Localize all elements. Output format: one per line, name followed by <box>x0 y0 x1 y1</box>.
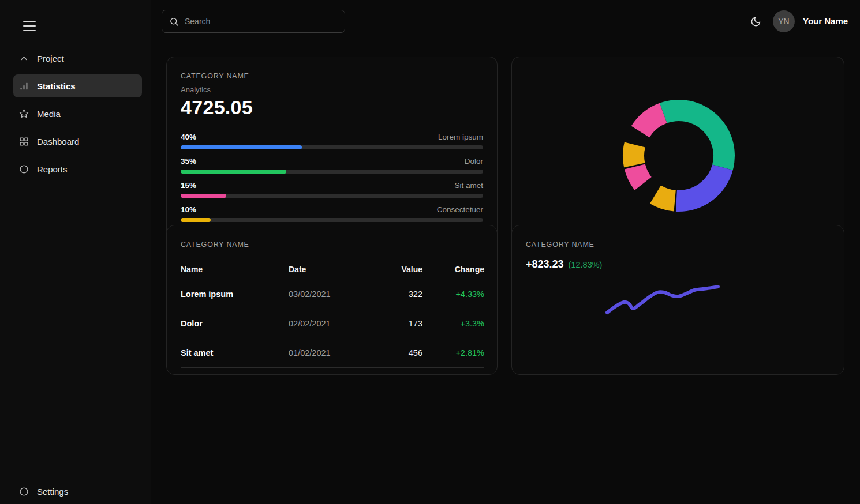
progress-bar-group: 35% Dolor <box>181 157 483 174</box>
trend-card: CATEGORY NAME +823.23 (12.83%) <box>511 225 844 375</box>
sidebar-item-project[interactable]: Project <box>13 47 142 70</box>
sidebar-item-label: Reports <box>37 164 68 174</box>
donut-chart <box>512 57 845 253</box>
progress-track <box>181 194 483 198</box>
sidebar-item-dashboard[interactable]: Dashboard <box>13 130 142 153</box>
progress-label: Dolor <box>465 157 483 166</box>
column-header-change: Change <box>422 265 484 274</box>
progress-percent: 35% <box>181 157 196 166</box>
hamburger-menu-icon[interactable] <box>23 21 36 31</box>
progress-track <box>181 170 483 174</box>
analytics-card: CATEGORY NAME Analytics 4725.05 40% Lore… <box>166 57 498 253</box>
cell-value: 322 <box>388 289 422 299</box>
avatar[interactable]: YN <box>773 10 795 32</box>
column-header-name: Name <box>181 265 289 274</box>
card-subtitle: Analytics <box>181 85 483 94</box>
user-name[interactable]: Your Name <box>803 16 848 26</box>
sidebar-item-statistics[interactable]: Statistics <box>13 74 142 97</box>
circle-icon <box>19 164 29 174</box>
progress-label: Sit amet <box>454 181 483 190</box>
bar-chart-icon <box>19 81 29 91</box>
cell-date: 01/02/2021 <box>289 348 388 358</box>
app-window: Project Statistics Media Dashboard <box>0 0 860 504</box>
cell-value: 456 <box>388 348 422 358</box>
progress-label: Consectetuer <box>437 205 483 214</box>
progress-track <box>181 218 483 222</box>
sidebar-item-label: Project <box>37 54 64 63</box>
cell-name: Lorem ipsum <box>181 289 289 299</box>
progress-bar-group: 10% Consectetuer <box>181 205 483 222</box>
cell-change: +4.33% <box>422 289 484 299</box>
avatar-initials: YN <box>778 17 789 26</box>
progress-track <box>181 145 483 149</box>
sidebar-footer: Settings <box>0 480 151 504</box>
table-card: CATEGORY NAME Name Date Value Change Lor… <box>166 225 498 375</box>
segment-yellow-left <box>623 142 645 168</box>
table-row: Lorem ipsum 03/02/2021 322 +4.33% <box>181 280 484 309</box>
sparkline-path <box>607 287 718 313</box>
cell-change: +3.3% <box>422 319 484 328</box>
cell-value: 173 <box>388 319 422 328</box>
progress-fill <box>181 170 286 174</box>
main-area: YN Your Name CATEGORY NAME Analytics 472… <box>151 0 860 504</box>
sidebar-item-settings[interactable]: Settings <box>13 480 142 503</box>
progress-fill <box>181 218 211 222</box>
table-row: Sit amet 01/02/2021 456 +2.81% <box>181 338 484 368</box>
sidebar-item-label: Media <box>37 109 61 119</box>
segment-indigo <box>676 165 733 212</box>
progress-bar-group: 40% Lorem ipsum <box>181 133 483 149</box>
table-row: Dolor 02/02/2021 173 +3.3% <box>181 309 484 338</box>
cell-name: Sit amet <box>181 348 289 358</box>
sidebar-item-label: Statistics <box>37 81 76 91</box>
sidebar: Project Statistics Media Dashboard <box>0 0 151 504</box>
sidebar-item-media[interactable]: Media <box>13 102 142 125</box>
progress-fill <box>181 145 302 149</box>
card-title: CATEGORY NAME <box>181 240 483 249</box>
data-table: Name Date Value Change Lorem ipsum 03/02… <box>181 261 484 368</box>
top-bar: YN Your Name <box>151 0 860 42</box>
card-title: CATEGORY NAME <box>181 72 483 80</box>
star-icon <box>19 109 29 119</box>
cell-change: +2.81% <box>422 348 484 358</box>
progress-label: Lorem ipsum <box>438 133 483 141</box>
cell-name: Dolor <box>181 319 289 328</box>
grid-icon <box>19 137 29 146</box>
progress-bar-group: 15% Sit amet <box>181 181 483 198</box>
chevron-up-icon <box>19 54 29 63</box>
column-header-value: Value <box>388 265 422 274</box>
sidebar-item-label: Dashboard <box>37 137 79 146</box>
segment-yellow-btm <box>650 185 676 211</box>
segment-green <box>660 100 735 170</box>
progress-bar-list: 40% Lorem ipsum 35% Dolor <box>181 133 483 222</box>
moon-icon[interactable] <box>749 14 762 28</box>
cell-date: 02/02/2021 <box>289 319 388 328</box>
analytics-value: 4725.05 <box>181 96 483 119</box>
search-icon <box>169 17 179 27</box>
progress-percent: 40% <box>181 133 196 141</box>
column-header-date: Date <box>289 265 388 274</box>
progress-percent: 10% <box>181 205 196 214</box>
sparkline-chart <box>512 225 845 375</box>
donut-chart-card <box>511 57 844 253</box>
progress-percent: 15% <box>181 181 196 190</box>
search-box[interactable] <box>162 10 345 33</box>
sidebar-item-reports[interactable]: Reports <box>13 157 142 180</box>
circle-icon <box>19 487 29 497</box>
search-input[interactable] <box>185 17 338 26</box>
segment-pink-left <box>625 164 652 190</box>
sidebar-item-label: Settings <box>37 487 68 497</box>
table-header-row: Name Date Value Change <box>181 261 484 280</box>
progress-fill <box>181 194 226 198</box>
cell-date: 03/02/2021 <box>289 289 388 299</box>
sidebar-nav: Project Statistics Media Dashboard <box>0 47 151 180</box>
